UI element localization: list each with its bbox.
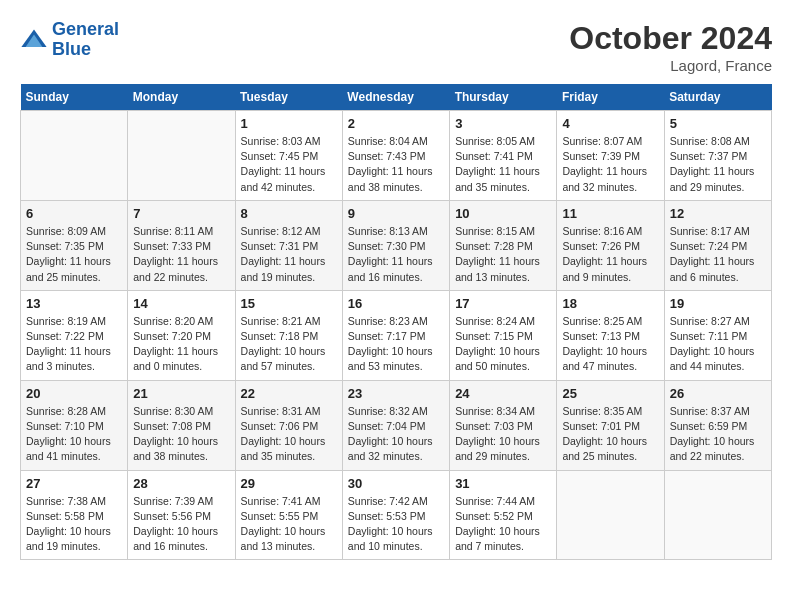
month-title: October 2024 (569, 20, 772, 57)
calendar-cell: 3Sunrise: 8:05 AM Sunset: 7:41 PM Daylig… (450, 111, 557, 201)
weekday-header: Saturday (664, 84, 771, 111)
day-info: Sunrise: 8:07 AM Sunset: 7:39 PM Dayligh… (562, 134, 658, 195)
calendar-cell (664, 470, 771, 560)
day-number: 3 (455, 116, 551, 131)
weekday-header: Monday (128, 84, 235, 111)
weekday-header: Wednesday (342, 84, 449, 111)
calendar-cell: 29Sunrise: 7:41 AM Sunset: 5:55 PM Dayli… (235, 470, 342, 560)
calendar-cell: 6Sunrise: 8:09 AM Sunset: 7:35 PM Daylig… (21, 200, 128, 290)
day-info: Sunrise: 8:04 AM Sunset: 7:43 PM Dayligh… (348, 134, 444, 195)
calendar-cell: 28Sunrise: 7:39 AM Sunset: 5:56 PM Dayli… (128, 470, 235, 560)
calendar-week-row: 1Sunrise: 8:03 AM Sunset: 7:45 PM Daylig… (21, 111, 772, 201)
day-number: 30 (348, 476, 444, 491)
day-number: 21 (133, 386, 229, 401)
day-number: 14 (133, 296, 229, 311)
calendar-cell: 27Sunrise: 7:38 AM Sunset: 5:58 PM Dayli… (21, 470, 128, 560)
day-number: 23 (348, 386, 444, 401)
day-info: Sunrise: 8:12 AM Sunset: 7:31 PM Dayligh… (241, 224, 337, 285)
calendar-cell: 21Sunrise: 8:30 AM Sunset: 7:08 PM Dayli… (128, 380, 235, 470)
day-info: Sunrise: 8:24 AM Sunset: 7:15 PM Dayligh… (455, 314, 551, 375)
logo-general: General (52, 19, 119, 39)
calendar-cell (21, 111, 128, 201)
day-info: Sunrise: 8:15 AM Sunset: 7:28 PM Dayligh… (455, 224, 551, 285)
day-info: Sunrise: 7:44 AM Sunset: 5:52 PM Dayligh… (455, 494, 551, 555)
page-header: General Blue October 2024 Lagord, France (20, 20, 772, 74)
weekday-header: Friday (557, 84, 664, 111)
location: Lagord, France (569, 57, 772, 74)
day-number: 16 (348, 296, 444, 311)
calendar-cell: 31Sunrise: 7:44 AM Sunset: 5:52 PM Dayli… (450, 470, 557, 560)
day-number: 7 (133, 206, 229, 221)
day-info: Sunrise: 8:31 AM Sunset: 7:06 PM Dayligh… (241, 404, 337, 465)
day-info: Sunrise: 8:25 AM Sunset: 7:13 PM Dayligh… (562, 314, 658, 375)
weekday-header-row: SundayMondayTuesdayWednesdayThursdayFrid… (21, 84, 772, 111)
calendar-cell: 23Sunrise: 8:32 AM Sunset: 7:04 PM Dayli… (342, 380, 449, 470)
day-number: 10 (455, 206, 551, 221)
day-number: 9 (348, 206, 444, 221)
day-info: Sunrise: 8:03 AM Sunset: 7:45 PM Dayligh… (241, 134, 337, 195)
logo: General Blue (20, 20, 119, 60)
calendar-cell: 9Sunrise: 8:13 AM Sunset: 7:30 PM Daylig… (342, 200, 449, 290)
day-number: 28 (133, 476, 229, 491)
calendar-cell: 19Sunrise: 8:27 AM Sunset: 7:11 PM Dayli… (664, 290, 771, 380)
calendar-cell: 26Sunrise: 8:37 AM Sunset: 6:59 PM Dayli… (664, 380, 771, 470)
calendar-cell: 11Sunrise: 8:16 AM Sunset: 7:26 PM Dayli… (557, 200, 664, 290)
day-number: 27 (26, 476, 122, 491)
day-number: 13 (26, 296, 122, 311)
calendar-cell: 7Sunrise: 8:11 AM Sunset: 7:33 PM Daylig… (128, 200, 235, 290)
weekday-header: Tuesday (235, 84, 342, 111)
weekday-header: Thursday (450, 84, 557, 111)
calendar-week-row: 13Sunrise: 8:19 AM Sunset: 7:22 PM Dayli… (21, 290, 772, 380)
day-number: 15 (241, 296, 337, 311)
day-number: 12 (670, 206, 766, 221)
day-info: Sunrise: 8:17 AM Sunset: 7:24 PM Dayligh… (670, 224, 766, 285)
calendar-cell: 1Sunrise: 8:03 AM Sunset: 7:45 PM Daylig… (235, 111, 342, 201)
calendar-cell: 18Sunrise: 8:25 AM Sunset: 7:13 PM Dayli… (557, 290, 664, 380)
day-number: 20 (26, 386, 122, 401)
day-info: Sunrise: 7:38 AM Sunset: 5:58 PM Dayligh… (26, 494, 122, 555)
day-number: 29 (241, 476, 337, 491)
calendar-cell: 8Sunrise: 8:12 AM Sunset: 7:31 PM Daylig… (235, 200, 342, 290)
day-number: 22 (241, 386, 337, 401)
day-info: Sunrise: 8:37 AM Sunset: 6:59 PM Dayligh… (670, 404, 766, 465)
calendar-cell: 15Sunrise: 8:21 AM Sunset: 7:18 PM Dayli… (235, 290, 342, 380)
calendar-cell: 4Sunrise: 8:07 AM Sunset: 7:39 PM Daylig… (557, 111, 664, 201)
day-info: Sunrise: 8:30 AM Sunset: 7:08 PM Dayligh… (133, 404, 229, 465)
calendar-cell: 17Sunrise: 8:24 AM Sunset: 7:15 PM Dayli… (450, 290, 557, 380)
day-info: Sunrise: 8:21 AM Sunset: 7:18 PM Dayligh… (241, 314, 337, 375)
day-info: Sunrise: 8:34 AM Sunset: 7:03 PM Dayligh… (455, 404, 551, 465)
day-number: 18 (562, 296, 658, 311)
day-info: Sunrise: 7:41 AM Sunset: 5:55 PM Dayligh… (241, 494, 337, 555)
day-number: 19 (670, 296, 766, 311)
day-number: 2 (348, 116, 444, 131)
logo-blue: Blue (52, 39, 91, 59)
calendar-cell: 22Sunrise: 8:31 AM Sunset: 7:06 PM Dayli… (235, 380, 342, 470)
day-info: Sunrise: 8:35 AM Sunset: 7:01 PM Dayligh… (562, 404, 658, 465)
day-number: 8 (241, 206, 337, 221)
day-number: 17 (455, 296, 551, 311)
calendar-week-row: 27Sunrise: 7:38 AM Sunset: 5:58 PM Dayli… (21, 470, 772, 560)
day-info: Sunrise: 8:11 AM Sunset: 7:33 PM Dayligh… (133, 224, 229, 285)
logo-icon (20, 26, 48, 54)
calendar-cell (557, 470, 664, 560)
day-number: 24 (455, 386, 551, 401)
day-info: Sunrise: 8:28 AM Sunset: 7:10 PM Dayligh… (26, 404, 122, 465)
day-number: 5 (670, 116, 766, 131)
day-info: Sunrise: 8:08 AM Sunset: 7:37 PM Dayligh… (670, 134, 766, 195)
logo-text: General Blue (52, 20, 119, 60)
calendar-cell: 30Sunrise: 7:42 AM Sunset: 5:53 PM Dayli… (342, 470, 449, 560)
day-number: 1 (241, 116, 337, 131)
day-info: Sunrise: 7:39 AM Sunset: 5:56 PM Dayligh… (133, 494, 229, 555)
day-number: 4 (562, 116, 658, 131)
calendar-cell: 24Sunrise: 8:34 AM Sunset: 7:03 PM Dayli… (450, 380, 557, 470)
day-info: Sunrise: 8:05 AM Sunset: 7:41 PM Dayligh… (455, 134, 551, 195)
calendar-cell: 10Sunrise: 8:15 AM Sunset: 7:28 PM Dayli… (450, 200, 557, 290)
calendar-cell: 25Sunrise: 8:35 AM Sunset: 7:01 PM Dayli… (557, 380, 664, 470)
calendar-cell: 20Sunrise: 8:28 AM Sunset: 7:10 PM Dayli… (21, 380, 128, 470)
calendar-cell: 13Sunrise: 8:19 AM Sunset: 7:22 PM Dayli… (21, 290, 128, 380)
day-number: 25 (562, 386, 658, 401)
day-info: Sunrise: 8:23 AM Sunset: 7:17 PM Dayligh… (348, 314, 444, 375)
calendar-cell: 16Sunrise: 8:23 AM Sunset: 7:17 PM Dayli… (342, 290, 449, 380)
calendar-cell: 14Sunrise: 8:20 AM Sunset: 7:20 PM Dayli… (128, 290, 235, 380)
calendar-week-row: 6Sunrise: 8:09 AM Sunset: 7:35 PM Daylig… (21, 200, 772, 290)
